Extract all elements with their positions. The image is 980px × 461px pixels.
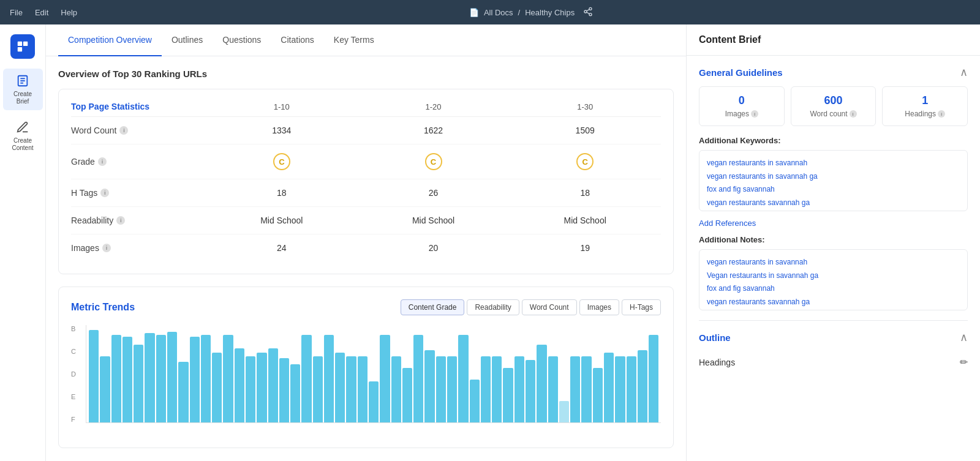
grade-info-icon[interactable]: i xyxy=(98,157,107,166)
metric-wordcount-info[interactable]: i xyxy=(850,110,857,118)
list-item: fox and fig savannah xyxy=(707,183,960,197)
chart-bar xyxy=(212,353,222,422)
metric-buttons: Content Grade Readability Word Count Ima… xyxy=(401,299,661,315)
chart-bar xyxy=(627,356,636,422)
stats-header-row: Top Page Statistics 1-10 1-20 1-30 xyxy=(71,102,661,117)
outline-collapse-btn[interactable]: ∧ xyxy=(960,331,968,344)
tab-citations[interactable]: Citations xyxy=(271,24,323,56)
chart-bar xyxy=(380,335,390,422)
metric-btn-readability[interactable]: Readability xyxy=(467,299,519,315)
list-item: vegan restaurants savannah ga xyxy=(707,296,960,309)
chart-bar xyxy=(358,356,368,422)
breadcrumb-separator: / xyxy=(518,8,521,17)
menu-edit[interactable]: Edit xyxy=(35,8,48,17)
list-item: vegan restaurants in savannah xyxy=(707,256,960,269)
chart-bar xyxy=(324,335,334,422)
readability-info-icon[interactable]: i xyxy=(116,216,125,225)
breadcrumb-all-docs[interactable]: All Docs xyxy=(484,8,513,17)
metric-images-val: 0 xyxy=(707,94,777,107)
breadcrumb-doc-icon: 📄 xyxy=(469,8,479,17)
topbar-menu: File Edit Help xyxy=(10,8,77,17)
y-label-e: E xyxy=(71,393,83,400)
chart-bar xyxy=(559,401,569,422)
headings-edit-icon[interactable]: ✏ xyxy=(960,356,968,368)
chart-bar xyxy=(257,353,266,422)
headings-label: Headings xyxy=(699,358,960,367)
headings-row: Headings ✏ xyxy=(699,351,968,373)
y-label-d: D xyxy=(71,370,83,378)
metric-btn-htags[interactable]: H-Tags xyxy=(622,299,661,315)
right-panel-title: Content Brief xyxy=(699,34,968,45)
list-item: Vegan restaurants in savannah ga xyxy=(707,269,960,283)
stats-card: Top Page Statistics 1-10 1-20 1-30 Word … xyxy=(58,89,674,274)
guidelines-collapse-btn[interactable]: ∧ xyxy=(960,66,968,79)
list-item: vegan restaurants savannah xyxy=(707,209,960,211)
chart-bar xyxy=(413,335,423,422)
chart-bar xyxy=(279,358,289,422)
chart-bar xyxy=(604,353,614,422)
metric-btn-content-grade[interactable]: Content Grade xyxy=(401,299,465,315)
chart-bar xyxy=(201,335,211,422)
sidebar-item-create-content[interactable]: Create Content xyxy=(3,115,43,157)
metric-images-info[interactable]: i xyxy=(751,110,758,118)
right-panel-scroll: General Guidelines ∧ 0 Images i 600 xyxy=(687,56,980,461)
table-row: Word Count i 1334 1622 1509 xyxy=(71,117,661,144)
svg-line-3 xyxy=(587,12,590,14)
htags-val-3: 18 xyxy=(509,188,661,198)
stats-label-images: Images i xyxy=(71,243,206,253)
chart-y-labels: B C D E F xyxy=(71,325,83,423)
images-val-1: 24 xyxy=(206,243,358,253)
y-label-f: F xyxy=(71,416,83,423)
htags-val-2: 26 xyxy=(358,188,510,198)
chart-bar xyxy=(402,368,412,422)
add-references-link[interactable]: Add References xyxy=(699,219,968,228)
chart-bars xyxy=(86,325,661,423)
grade-val-2: C xyxy=(358,153,510,170)
trends-title: Metric Trends xyxy=(71,302,401,313)
chart-bar xyxy=(167,332,177,422)
chart-bar xyxy=(526,360,535,422)
grade-val-3: C xyxy=(509,153,661,170)
main-content: Overview of Top 30 Ranking URLs Top Page… xyxy=(46,56,686,461)
tab-key-terms[interactable]: Key Terms xyxy=(324,24,384,56)
menu-file[interactable]: File xyxy=(10,8,23,17)
guidelines-metrics: 0 Images i 600 Word count i xyxy=(699,86,968,126)
chart-bar xyxy=(268,348,278,422)
metric-btn-images[interactable]: Images xyxy=(579,299,619,315)
chart-bar xyxy=(581,356,591,422)
chart-bar xyxy=(335,353,345,422)
svg-point-2 xyxy=(589,13,592,15)
chart-bar xyxy=(346,356,356,422)
metric-btn-word-count[interactable]: Word Count xyxy=(522,299,577,315)
tab-competition-overview[interactable]: Competition Overview xyxy=(58,24,162,56)
readability-val-1: Mid School xyxy=(206,216,358,225)
guideline-metric-images: 0 Images i xyxy=(699,86,785,126)
trends-card: Metric Trends Content Grade Readability … xyxy=(58,287,674,448)
images-info-icon[interactable]: i xyxy=(102,244,111,252)
wordcount-info-icon[interactable]: i xyxy=(119,126,128,135)
htags-info-icon[interactable]: i xyxy=(100,189,109,197)
y-label-b: B xyxy=(71,325,83,332)
metric-headings-info[interactable]: i xyxy=(938,110,945,118)
additional-keywords-label: Additional Keywords: xyxy=(699,136,968,145)
sidebar-item-create-brief[interactable]: Create Brief xyxy=(3,69,43,110)
tab-questions[interactable]: Questions xyxy=(213,24,271,56)
chart-bar xyxy=(470,380,480,422)
wordcount-val-2: 1622 xyxy=(358,126,510,135)
notes-box: vegan restaurants in savannah Vegan rest… xyxy=(699,249,968,310)
chart-bar xyxy=(89,330,99,422)
chart-bar xyxy=(301,335,311,422)
breadcrumb: 📄 All Docs / Healthy Chips xyxy=(92,7,970,18)
guidelines-title: General Guidelines xyxy=(699,67,960,78)
menu-help[interactable]: Help xyxy=(61,8,77,17)
share-icon[interactable] xyxy=(583,7,593,18)
tab-outlines[interactable]: Outlines xyxy=(162,24,213,56)
create-content-icon xyxy=(15,120,30,135)
y-label-c: C xyxy=(71,348,83,355)
topbar: File Edit Help 📄 All Docs / Healthy Chip… xyxy=(0,0,980,24)
outline-section: Outline ∧ Headings ✏ xyxy=(699,320,968,373)
chart-bar xyxy=(313,356,323,422)
chart-bar xyxy=(391,356,401,422)
overview-title: Overview of Top 30 Ranking URLs xyxy=(58,69,674,79)
chart-bar xyxy=(235,348,244,422)
